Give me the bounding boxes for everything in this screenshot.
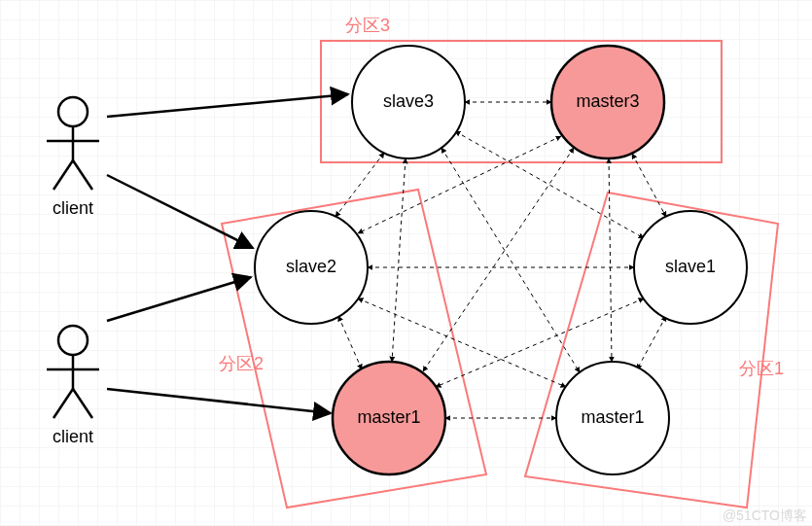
svg-line-27: [107, 94, 348, 117]
watermark: @51CTO博客: [723, 508, 807, 523]
svg-line-30: [107, 389, 331, 413]
node-master3-label: master3: [576, 91, 639, 111]
node-slave3: slave3: [352, 46, 465, 158]
svg-line-25: [53, 389, 73, 418]
svg-point-17: [58, 97, 88, 126]
svg-line-21: [73, 160, 92, 190]
zone1-label: 分区1: [739, 359, 784, 378]
client-top-label: client: [53, 198, 93, 218]
node-master3: master3: [551, 46, 664, 158]
svg-line-26: [73, 389, 92, 418]
node-slave2-label: slave2: [286, 257, 336, 276]
svg-line-10: [609, 158, 612, 362]
client-bottom-label: client: [53, 427, 93, 446]
node-slave1: slave1: [634, 211, 747, 324]
node-slave2: slave2: [255, 211, 368, 324]
svg-line-9: [423, 148, 574, 371]
node-master1-left-label: master1: [357, 407, 420, 427]
svg-line-6: [441, 148, 580, 372]
svg-line-15: [637, 316, 666, 369]
svg-line-20: [53, 160, 73, 190]
svg-line-12: [338, 316, 362, 369]
svg-point-22: [58, 326, 88, 355]
node-master1-left: master1: [333, 362, 445, 474]
zone3-label: 分区3: [345, 16, 390, 35]
zone2-label: 分区2: [219, 354, 264, 373]
node-master1-right: master1: [556, 362, 669, 474]
client-bottom: [47, 326, 99, 418]
node-slave1-label: slave1: [665, 257, 716, 276]
svg-line-29: [107, 277, 251, 321]
svg-line-28: [107, 175, 253, 248]
node-slave3-label: slave3: [383, 91, 434, 111]
client-top: [47, 97, 99, 190]
node-master1-right-label: master1: [581, 407, 644, 427]
svg-line-5: [392, 158, 406, 362]
